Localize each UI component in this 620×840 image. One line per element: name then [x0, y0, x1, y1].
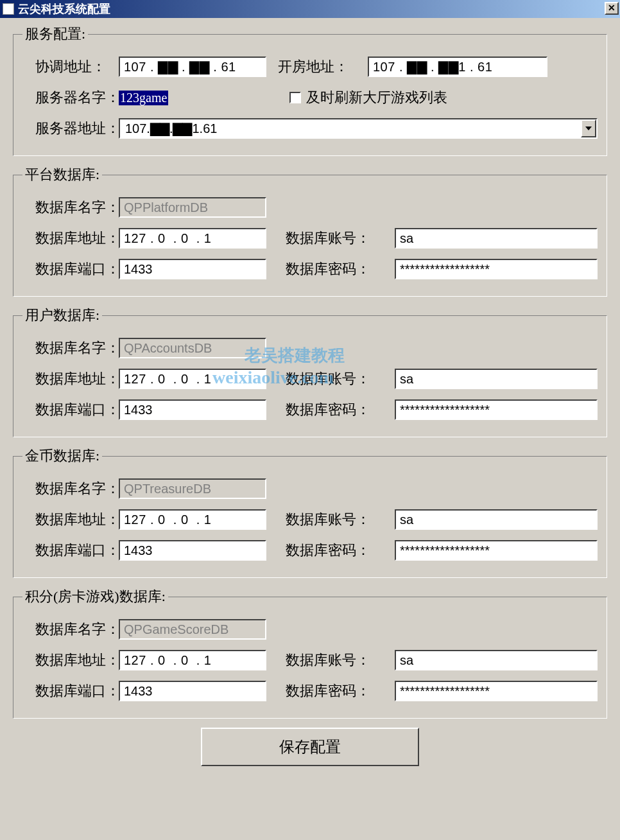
client-area: 服务配置: 协调地址： 开房地址： 服务器名字： 123game 及时刷新大厅游… [0, 18, 620, 779]
accounts-db-addr-label: 数据库地址： [22, 369, 119, 389]
accounts-db-acct-input[interactable] [395, 369, 598, 389]
coord-addr-input[interactable] [119, 57, 266, 77]
score-db-addr-label: 数据库地址： [22, 651, 119, 670]
score-db-name-label: 数据库名字： [22, 620, 119, 639]
platform-db-group: 平台数据库: 数据库名字： 数据库地址： 数据库账号： 数据库端口： 数据库密码… [13, 165, 607, 297]
treasure-db-port-input[interactable] [119, 540, 266, 561]
refresh-label: 及时刷新大厅游戏列表 [306, 88, 447, 107]
save-button[interactable]: 保存配置 [201, 728, 419, 766]
accounts-db-legend: 用户数据库: [22, 306, 102, 325]
platform-db-addr-label: 数据库地址： [22, 229, 119, 248]
titlebar[interactable]: 云尖科技系统配置 ✕ [0, 0, 620, 18]
platform-db-acct-input[interactable] [395, 228, 598, 249]
accounts-db-addr-input[interactable] [119, 369, 266, 389]
close-icon: ✕ [608, 3, 616, 13]
score-db-pass-input[interactable] [395, 681, 598, 701]
server-name-input[interactable]: 123game [119, 91, 266, 105]
platform-db-name-input [119, 197, 266, 218]
room-addr-input[interactable] [368, 57, 547, 77]
score-db-port-label: 数据库端口： [22, 681, 119, 701]
platform-db-legend: 平台数据库: [22, 165, 102, 184]
close-button[interactable]: ✕ [605, 2, 619, 15]
platform-db-name-label: 数据库名字： [22, 198, 119, 217]
platform-db-pass-label: 数据库密码： [286, 259, 382, 279]
footer: 保存配置 [13, 728, 607, 766]
treasure-db-name-input [119, 478, 266, 499]
service-group: 服务配置: 协调地址： 开房地址： 服务器名字： 123game 及时刷新大厅游… [13, 24, 607, 156]
score-db-port-input[interactable] [119, 681, 266, 701]
score-db-name-input [119, 619, 266, 640]
score-db-pass-label: 数据库密码： [286, 681, 382, 701]
treasure-db-acct-input[interactable] [395, 509, 598, 530]
server-name-label: 服务器名字： [22, 88, 119, 107]
accounts-db-name-label: 数据库名字： [22, 338, 119, 358]
accounts-db-acct-label: 数据库账号： [286, 369, 382, 389]
treasure-db-pass-label: 数据库密码： [286, 541, 382, 560]
treasure-db-addr-label: 数据库地址： [22, 510, 119, 529]
chevron-down-icon[interactable] [581, 119, 596, 137]
accounts-db-name-input [119, 338, 266, 358]
treasure-db-pass-input[interactable] [395, 540, 598, 561]
server-addr-label: 服务器地址： [22, 119, 119, 138]
server-addr-value: 107.▇▇.▇▇1.61 [120, 119, 581, 137]
treasure-db-group: 金币数据库: 数据库名字： 数据库地址： 数据库账号： 数据库端口： 数据库密码… [13, 446, 607, 578]
window: 云尖科技系统配置 ✕ 服务配置: 协调地址： 开房地址： 服务器名字： 123g… [0, 0, 620, 779]
window-title: 云尖科技系统配置 [18, 1, 110, 17]
server-addr-combo[interactable]: 107.▇▇.▇▇1.61 [119, 118, 598, 139]
accounts-db-port-input[interactable] [119, 399, 266, 420]
accounts-db-group: 用户数据库: 老吴搭建教程 weixiaolive.com 数据库名字： 数据库… [13, 306, 607, 437]
room-addr-label: 开房地址： [278, 57, 349, 76]
server-name-value: 123game [119, 91, 168, 105]
accounts-db-pass-label: 数据库密码： [286, 400, 382, 419]
app-icon [3, 3, 14, 15]
platform-db-port-label: 数据库端口： [22, 259, 119, 279]
score-db-legend: 积分(房卡游戏)数据库: [22, 587, 168, 606]
score-db-acct-label: 数据库账号： [286, 651, 382, 670]
treasure-db-addr-input[interactable] [119, 509, 266, 530]
treasure-db-port-label: 数据库端口： [22, 541, 119, 560]
platform-db-addr-input[interactable] [119, 228, 266, 249]
treasure-db-legend: 金币数据库: [22, 446, 102, 466]
service-legend: 服务配置: [22, 24, 88, 44]
treasure-db-name-label: 数据库名字： [22, 479, 119, 498]
score-db-group: 积分(房卡游戏)数据库: 数据库名字： 数据库地址： 数据库账号： 数据库端口：… [13, 587, 607, 719]
accounts-db-port-label: 数据库端口： [22, 400, 119, 419]
platform-db-port-input[interactable] [119, 259, 266, 279]
score-db-addr-input[interactable] [119, 650, 266, 670]
platform-db-acct-label: 数据库账号： [286, 229, 382, 248]
treasure-db-acct-label: 数据库账号： [286, 510, 382, 529]
accounts-db-pass-input[interactable] [395, 399, 598, 420]
coord-addr-label: 协调地址： [22, 57, 119, 76]
platform-db-pass-input[interactable] [395, 259, 598, 279]
refresh-checkbox[interactable] [289, 92, 301, 103]
score-db-acct-input[interactable] [395, 650, 598, 670]
